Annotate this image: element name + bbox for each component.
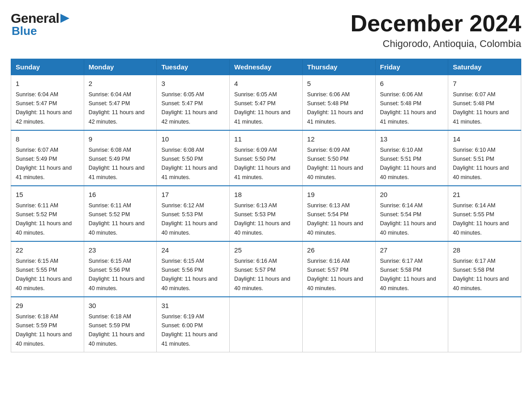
calendar-header-thursday: Thursday xyxy=(302,59,375,75)
day-number: 26 xyxy=(307,245,371,256)
day-info: Sunrise: 6:04 AMSunset: 5:47 PMDaylight:… xyxy=(89,91,145,125)
day-number: 25 xyxy=(234,245,298,256)
day-info: Sunrise: 6:09 AMSunset: 5:50 PMDaylight:… xyxy=(307,147,363,180)
calendar-day-cell: 25 Sunrise: 6:16 AMSunset: 5:57 PMDaylig… xyxy=(230,241,303,297)
day-info: Sunrise: 6:13 AMSunset: 5:54 PMDaylight:… xyxy=(307,202,363,236)
calendar-day-cell: 26 Sunrise: 6:16 AMSunset: 5:57 PMDaylig… xyxy=(302,241,375,297)
day-number: 20 xyxy=(380,190,444,200)
day-info: Sunrise: 6:18 AMSunset: 5:59 PMDaylight:… xyxy=(89,313,145,347)
calendar-day-cell: 30 Sunrise: 6:18 AMSunset: 5:59 PMDaylig… xyxy=(84,297,157,352)
day-number: 24 xyxy=(161,245,225,256)
calendar-day-cell: 23 Sunrise: 6:15 AMSunset: 5:56 PMDaylig… xyxy=(84,241,157,297)
day-number: 19 xyxy=(307,190,371,200)
calendar-day-cell: 8 Sunrise: 6:07 AMSunset: 5:49 PMDayligh… xyxy=(11,130,84,186)
day-number: 27 xyxy=(380,245,444,256)
calendar-header-row: SundayMondayTuesdayWednesdayThursdayFrid… xyxy=(11,59,521,75)
day-number: 10 xyxy=(161,134,225,145)
calendar-week-row: 29 Sunrise: 6:18 AMSunset: 5:59 PMDaylig… xyxy=(11,297,521,352)
day-info: Sunrise: 6:08 AMSunset: 5:50 PMDaylight:… xyxy=(161,147,217,180)
day-info: Sunrise: 6:18 AMSunset: 5:59 PMDaylight:… xyxy=(16,313,72,347)
day-info: Sunrise: 6:05 AMSunset: 5:47 PMDaylight:… xyxy=(161,91,217,125)
calendar-day-cell: 5 Sunrise: 6:06 AMSunset: 5:48 PMDayligh… xyxy=(302,75,375,130)
calendar-day-cell: 15 Sunrise: 6:11 AMSunset: 5:52 PMDaylig… xyxy=(11,186,84,241)
calendar-day-cell: 9 Sunrise: 6:08 AMSunset: 5:49 PMDayligh… xyxy=(84,130,157,186)
day-info: Sunrise: 6:05 AMSunset: 5:47 PMDaylight:… xyxy=(234,91,290,125)
day-info: Sunrise: 6:07 AMSunset: 5:49 PMDaylight:… xyxy=(16,147,72,180)
calendar-day-cell: 10 Sunrise: 6:08 AMSunset: 5:50 PMDaylig… xyxy=(157,130,230,186)
day-info: Sunrise: 6:17 AMSunset: 5:58 PMDaylight:… xyxy=(380,258,436,291)
day-info: Sunrise: 6:16 AMSunset: 5:57 PMDaylight:… xyxy=(234,258,290,291)
logo-arrow-icon xyxy=(60,12,71,25)
day-info: Sunrise: 6:12 AMSunset: 5:53 PMDaylight:… xyxy=(161,202,217,236)
svg-marker-0 xyxy=(60,14,69,23)
day-number: 22 xyxy=(16,245,79,256)
calendar-day-cell: 24 Sunrise: 6:15 AMSunset: 5:56 PMDaylig… xyxy=(157,241,230,297)
calendar-day-cell xyxy=(448,297,521,352)
calendar-day-cell: 16 Sunrise: 6:11 AMSunset: 5:52 PMDaylig… xyxy=(84,186,157,241)
calendar-header-wednesday: Wednesday xyxy=(230,59,303,75)
day-number: 2 xyxy=(89,79,152,89)
day-info: Sunrise: 6:11 AMSunset: 5:52 PMDaylight:… xyxy=(89,202,145,236)
day-info: Sunrise: 6:15 AMSunset: 5:56 PMDaylight:… xyxy=(89,258,145,291)
calendar-day-cell: 14 Sunrise: 6:10 AMSunset: 5:51 PMDaylig… xyxy=(448,130,521,186)
day-info: Sunrise: 6:15 AMSunset: 5:55 PMDaylight:… xyxy=(16,258,72,291)
day-info: Sunrise: 6:13 AMSunset: 5:53 PMDaylight:… xyxy=(234,202,290,236)
calendar-header-tuesday: Tuesday xyxy=(157,59,230,75)
calendar-day-cell: 29 Sunrise: 6:18 AMSunset: 5:59 PMDaylig… xyxy=(11,297,84,352)
day-number: 15 xyxy=(16,190,79,200)
day-number: 9 xyxy=(89,134,152,145)
day-number: 17 xyxy=(161,190,225,200)
calendar-day-cell: 12 Sunrise: 6:09 AMSunset: 5:50 PMDaylig… xyxy=(302,130,375,186)
calendar-header-sunday: Sunday xyxy=(11,59,84,75)
calendar-day-cell: 28 Sunrise: 6:17 AMSunset: 5:58 PMDaylig… xyxy=(448,241,521,297)
calendar-day-cell: 11 Sunrise: 6:09 AMSunset: 5:50 PMDaylig… xyxy=(230,130,303,186)
day-number: 23 xyxy=(89,245,152,256)
day-number: 3 xyxy=(161,79,225,89)
calendar-day-cell: 20 Sunrise: 6:14 AMSunset: 5:54 PMDaylig… xyxy=(375,186,448,241)
calendar-day-cell: 31 Sunrise: 6:19 AMSunset: 6:00 PMDaylig… xyxy=(157,297,230,352)
day-info: Sunrise: 6:06 AMSunset: 5:48 PMDaylight:… xyxy=(307,91,363,125)
day-number: 21 xyxy=(453,190,516,200)
location-title: Chigorodo, Antioquia, Colombia xyxy=(350,38,521,50)
logo: General Blue xyxy=(11,11,71,38)
calendar-day-cell: 27 Sunrise: 6:17 AMSunset: 5:58 PMDaylig… xyxy=(375,241,448,297)
day-number: 7 xyxy=(453,79,516,89)
day-info: Sunrise: 6:10 AMSunset: 5:51 PMDaylight:… xyxy=(453,147,509,180)
day-number: 4 xyxy=(234,79,298,89)
day-number: 29 xyxy=(16,301,79,311)
day-number: 16 xyxy=(89,190,152,200)
calendar-day-cell: 2 Sunrise: 6:04 AMSunset: 5:47 PMDayligh… xyxy=(84,75,157,130)
calendar-day-cell: 13 Sunrise: 6:10 AMSunset: 5:51 PMDaylig… xyxy=(375,130,448,186)
calendar-day-cell: 4 Sunrise: 6:05 AMSunset: 5:47 PMDayligh… xyxy=(230,75,303,130)
calendar-day-cell: 19 Sunrise: 6:13 AMSunset: 5:54 PMDaylig… xyxy=(302,186,375,241)
calendar-day-cell: 6 Sunrise: 6:06 AMSunset: 5:48 PMDayligh… xyxy=(375,75,448,130)
day-info: Sunrise: 6:06 AMSunset: 5:48 PMDaylight:… xyxy=(380,91,436,125)
day-info: Sunrise: 6:08 AMSunset: 5:49 PMDaylight:… xyxy=(89,147,145,180)
month-title: December 2024 xyxy=(350,11,521,36)
calendar-table: SundayMondayTuesdayWednesdayThursdayFrid… xyxy=(11,59,521,352)
calendar-header-friday: Friday xyxy=(375,59,448,75)
calendar-day-cell: 3 Sunrise: 6:05 AMSunset: 5:47 PMDayligh… xyxy=(157,75,230,130)
day-info: Sunrise: 6:17 AMSunset: 5:58 PMDaylight:… xyxy=(453,258,509,291)
day-number: 12 xyxy=(307,134,371,145)
calendar-week-row: 8 Sunrise: 6:07 AMSunset: 5:49 PMDayligh… xyxy=(11,130,521,186)
calendar-day-cell: 17 Sunrise: 6:12 AMSunset: 5:53 PMDaylig… xyxy=(157,186,230,241)
logo-general-text: General xyxy=(11,11,59,26)
day-info: Sunrise: 6:07 AMSunset: 5:48 PMDaylight:… xyxy=(453,91,509,125)
day-number: 8 xyxy=(16,134,79,145)
day-info: Sunrise: 6:09 AMSunset: 5:50 PMDaylight:… xyxy=(234,147,290,180)
calendar-day-cell xyxy=(375,297,448,352)
day-info: Sunrise: 6:14 AMSunset: 5:55 PMDaylight:… xyxy=(453,202,509,236)
day-number: 28 xyxy=(453,245,516,256)
day-number: 30 xyxy=(89,301,152,311)
day-number: 5 xyxy=(307,79,371,89)
day-number: 11 xyxy=(234,134,298,145)
day-info: Sunrise: 6:15 AMSunset: 5:56 PMDaylight:… xyxy=(161,258,217,291)
day-info: Sunrise: 6:16 AMSunset: 5:57 PMDaylight:… xyxy=(307,258,363,291)
day-number: 1 xyxy=(16,79,79,89)
day-info: Sunrise: 6:19 AMSunset: 6:00 PMDaylight:… xyxy=(161,313,217,347)
logo-blue-text: Blue xyxy=(12,24,37,38)
day-info: Sunrise: 6:14 AMSunset: 5:54 PMDaylight:… xyxy=(380,202,436,236)
calendar-day-cell: 18 Sunrise: 6:13 AMSunset: 5:53 PMDaylig… xyxy=(230,186,303,241)
day-info: Sunrise: 6:10 AMSunset: 5:51 PMDaylight:… xyxy=(380,147,436,180)
